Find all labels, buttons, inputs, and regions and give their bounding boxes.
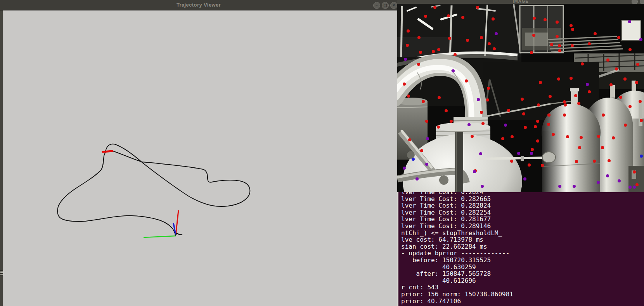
- blue-feature-point: [412, 158, 415, 161]
- red-feature-point: [609, 83, 613, 86]
- red-feature-point: [403, 83, 406, 86]
- red-feature-point: [558, 44, 561, 47]
- red-feature-point: [425, 120, 428, 123]
- red-feature-point: [557, 77, 560, 81]
- image-window-title: IMAGE: [397, 0, 644, 3]
- red-feature-point: [406, 44, 409, 47]
- red-feature-point: [571, 28, 574, 31]
- red-feature-point: [437, 125, 440, 129]
- red-feature-point: [465, 79, 468, 83]
- red-feature-point: [541, 164, 544, 167]
- red-feature-point: [501, 137, 504, 140]
- image-window-titlebar[interactable]: IMAGE: [397, 0, 644, 4]
- purple-feature-point: [639, 38, 642, 41]
- purple-feature-point: [628, 186, 632, 189]
- purple-feature-point: [530, 152, 533, 155]
- red-feature-point: [575, 160, 578, 163]
- red-feature-point: [445, 109, 448, 112]
- minimize-icon[interactable]: [632, 0, 638, 4]
- maximize-icon[interactable]: ▢: [382, 2, 389, 9]
- red-feature-point: [408, 138, 411, 141]
- red-feature-point: [471, 135, 474, 138]
- purple-feature-point: [606, 174, 609, 177]
- red-feature-point: [447, 14, 450, 17]
- camera-image: [397, 4, 644, 192]
- red-feature-point: [466, 39, 469, 42]
- red-feature-point: [578, 146, 581, 149]
- purple-feature-point: [523, 177, 526, 181]
- purple-feature-point: [404, 58, 407, 61]
- red-feature-point: [492, 17, 495, 21]
- red-feature-point: [461, 16, 464, 19]
- purple-feature-point: [517, 152, 520, 155]
- red-feature-point: [419, 51, 422, 54]
- purple-feature-point: [573, 185, 576, 188]
- red-feature-point: [511, 135, 514, 138]
- red-feature-point: [639, 100, 642, 103]
- purple-feature-point: [473, 170, 476, 173]
- pose-axes: [144, 210, 178, 237]
- red-feature-point: [588, 90, 591, 93]
- red-feature-point: [563, 113, 566, 117]
- trajectory-end-mark: [175, 233, 182, 236]
- red-feature-point: [640, 119, 643, 122]
- red-feature-point: [617, 36, 620, 39]
- purple-feature-point: [479, 152, 482, 155]
- red-feature-point: [602, 113, 605, 117]
- red-feature-point: [574, 94, 577, 97]
- red-feature-point: [615, 67, 618, 70]
- image-window[interactable]: IMAGE: [397, 0, 644, 192]
- maximize-icon[interactable]: [640, 0, 644, 4]
- trajectory-path: [57, 144, 250, 236]
- red-feature-point: [422, 100, 425, 103]
- red-feature-point: [407, 95, 410, 98]
- trajectory-start-mark: [103, 151, 113, 152]
- red-feature-point: [488, 42, 491, 45]
- red-feature-point: [588, 42, 591, 45]
- purple-feature-point: [426, 137, 429, 140]
- red-feature-point: [556, 35, 559, 38]
- red-feature-point: [532, 34, 535, 37]
- red-feature-point: [594, 32, 597, 35]
- red-feature-point: [476, 6, 479, 9]
- purple-feature-point: [558, 185, 561, 188]
- purple-feature-point: [618, 179, 621, 182]
- red-feature-point: [623, 77, 627, 81]
- close-icon[interactable]: ×: [390, 2, 397, 9]
- red-feature-point: [534, 125, 537, 128]
- purple-feature-point: [403, 167, 406, 170]
- purple-feature-point: [481, 185, 484, 188]
- red-feature-point: [563, 100, 566, 103]
- red-feature-point: [571, 44, 574, 47]
- red-feature-point: [593, 160, 596, 163]
- red-feature-point: [507, 109, 510, 112]
- red-feature-point: [533, 17, 536, 20]
- red-feature-point: [636, 63, 639, 66]
- red-feature-point: [530, 51, 533, 54]
- z-axis-red: [176, 210, 178, 235]
- red-feature-point: [424, 15, 427, 18]
- purple-feature-point: [628, 20, 631, 23]
- x-axis-green: [144, 236, 176, 237]
- red-feature-point: [612, 136, 615, 139]
- red-feature-point: [420, 149, 423, 152]
- red-feature-point: [493, 47, 496, 50]
- red-feature-point: [570, 24, 573, 27]
- trajectory-viewer-window[interactable]: Trajectory Viewer − ▢ ×: [0, 0, 397, 306]
- red-feature-point: [619, 96, 622, 99]
- red-feature-point: [524, 126, 527, 129]
- minimize-icon[interactable]: −: [373, 2, 380, 9]
- taskbar-chip[interactable]: [0, 270, 3, 276]
- red-feature-point: [537, 103, 540, 107]
- red-feature-point: [628, 48, 632, 51]
- red-feature-point: [531, 148, 534, 151]
- trajectory-window-titlebar[interactable]: Trajectory Viewer − ▢ ×: [0, 0, 397, 10]
- red-feature-point: [522, 112, 525, 115]
- trajectory-window-title: Trajectory Viewer: [0, 0, 397, 10]
- red-feature-point: [407, 29, 410, 33]
- red-feature-point: [510, 160, 513, 163]
- red-feature-point: [566, 135, 569, 138]
- red-feature-point: [624, 124, 627, 127]
- red-feature-point: [437, 48, 440, 51]
- terminal-window[interactable]: lver Time Cost: 0.2824 lver Time Cost: 0…: [397, 186, 644, 306]
